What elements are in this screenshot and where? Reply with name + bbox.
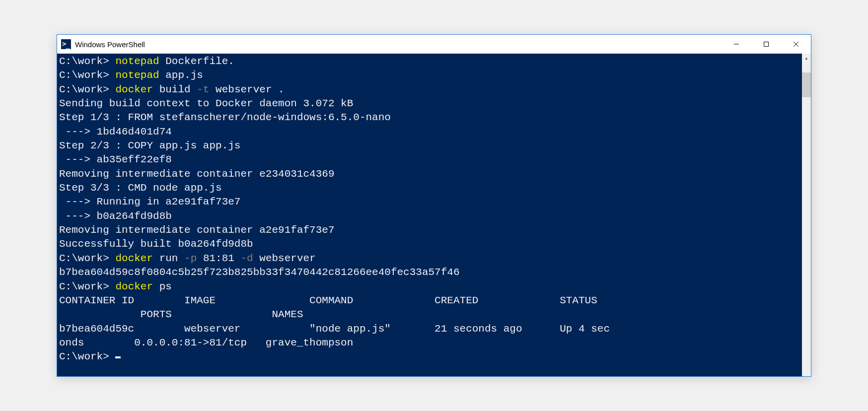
terminal-segment: -t (197, 84, 216, 95)
terminal-segment: webserver (259, 253, 315, 264)
terminal-line: ---> 1bd46d401d74 (59, 125, 800, 139)
close-icon (793, 41, 799, 47)
terminal-segment: onds 0.0.0.0:81->81/tcp grave_thompson (59, 337, 353, 348)
terminal-segment: b7bea604d59c webserver "node app.js" 21 … (59, 323, 610, 335)
terminal-segment: Sending build context to Docker daemon 3… (59, 98, 353, 109)
terminal-line: Successfully built b0a264fd9d8b (59, 237, 800, 251)
terminal-segment: 81:81 (203, 253, 241, 264)
terminal-line: PORTS NAMES (59, 308, 800, 322)
scroll-up-button[interactable]: ▲ (802, 54, 811, 63)
window-controls (722, 35, 811, 54)
terminal-segment: C:\work> (59, 56, 115, 67)
scroll-thumb[interactable] (802, 72, 811, 97)
terminal-line: Sending build context to Docker daemon 3… (59, 97, 800, 111)
maximize-icon (763, 41, 769, 47)
terminal-segment: Step 1/3 : FROM stefanscherer/node-windo… (59, 112, 391, 123)
terminal-segment: Step 3/3 : CMD node app.js (59, 182, 222, 194)
terminal-line: Step 2/3 : COPY app.js app.js (59, 139, 800, 153)
terminal-line: C:\work> docker run -p 81:81 -d webserve… (59, 252, 800, 266)
terminal-segment: notepad (115, 56, 165, 67)
app-icon (61, 39, 71, 49)
terminal-segment: ---> Running in a2e91faf73e7 (59, 196, 240, 207)
terminal-segment: build (159, 84, 197, 95)
terminal-segment: Removing intermediate container e234031c… (59, 168, 335, 180)
maximize-button[interactable] (751, 35, 781, 54)
terminal-segment: ---> 1bd46d401d74 (59, 126, 172, 137)
terminal-line: ---> ab35eff22ef8 (59, 153, 800, 167)
terminal-line: ---> Running in a2e91faf73e7 (59, 195, 800, 209)
terminal-segment: webserver . (216, 84, 285, 95)
terminal-line: b7bea604d59c webserver "node app.js" 21 … (59, 322, 800, 336)
terminal-line: Removing intermediate container e234031c… (59, 167, 800, 181)
terminal-segment: docker (115, 281, 159, 292)
terminal-segment: C:\work> (59, 253, 115, 264)
terminal-line: C:\work> (59, 350, 800, 364)
terminal-line: C:\work> notepad app.js (59, 68, 800, 82)
terminal-segment: ps (159, 281, 172, 292)
svg-rect-1 (764, 42, 769, 47)
terminal-segment: C:\work> (59, 281, 115, 292)
terminal-segment: Removing intermediate container a2e91faf… (59, 224, 335, 236)
terminal-segment: CONTAINER ID IMAGE COMMAND CREATED STATU… (59, 295, 597, 306)
terminal-output[interactable]: C:\work> notepad Dockerfile.C:\work> not… (57, 54, 802, 376)
terminal-segment: ---> ab35eff22ef8 (59, 154, 172, 165)
terminal-segment: -p (184, 253, 203, 264)
minimize-button[interactable] (722, 35, 751, 54)
terminal-segment: Successfully built b0a264fd9d8b (59, 238, 253, 250)
terminal-segment: ---> b0a264fd9d8b (59, 210, 172, 222)
minimize-icon (733, 41, 739, 47)
terminal-segment: Dockerfile. (165, 56, 234, 67)
terminal-segment: run (159, 253, 184, 264)
terminal-line: onds 0.0.0.0:81->81/tcp grave_thompson (59, 336, 800, 350)
terminal-segment: notepad (115, 69, 165, 81)
close-button[interactable] (781, 35, 811, 54)
window-title: Windows PowerShell (75, 40, 722, 49)
terminal-line: Removing intermediate container a2e91faf… (59, 223, 800, 237)
terminal-container: C:\work> notepad Dockerfile.C:\work> not… (57, 54, 811, 376)
terminal-line: C:\work> docker ps (59, 280, 800, 294)
titlebar[interactable]: Windows PowerShell (57, 35, 811, 54)
terminal-line: Step 1/3 : FROM stefanscherer/node-windo… (59, 111, 800, 125)
terminal-segment: PORTS NAMES (59, 309, 303, 320)
scrollbar[interactable]: ▲ (802, 54, 811, 376)
terminal-segment: docker (115, 253, 159, 264)
terminal-segment: C:\work> (59, 84, 115, 95)
terminal-line: C:\work> notepad Dockerfile. (59, 55, 800, 68)
terminal-line: CONTAINER ID IMAGE COMMAND CREATED STATU… (59, 294, 800, 308)
terminal-line: C:\work> docker build -t webserver . (59, 83, 800, 97)
terminal-segment: C:\work> (59, 69, 115, 81)
terminal-segment: C:\work> (59, 351, 115, 362)
terminal-segment: Step 2/3 : COPY app.js app.js (59, 140, 240, 151)
terminal-segment: docker (115, 84, 159, 95)
terminal-segment: b7bea604d59c8f0804c5b25f723b825bb33f3470… (59, 267, 460, 278)
cursor (115, 356, 121, 358)
powershell-window: Windows PowerShell C:\work> notepad Dock… (57, 34, 811, 377)
terminal-line: ---> b0a264fd9d8b (59, 209, 800, 223)
terminal-line: b7bea604d59c8f0804c5b25f723b825bb33f3470… (59, 266, 800, 279)
terminal-line: Step 3/3 : CMD node app.js (59, 181, 800, 195)
terminal-segment: -d (241, 253, 260, 264)
terminal-segment: app.js (165, 69, 203, 81)
